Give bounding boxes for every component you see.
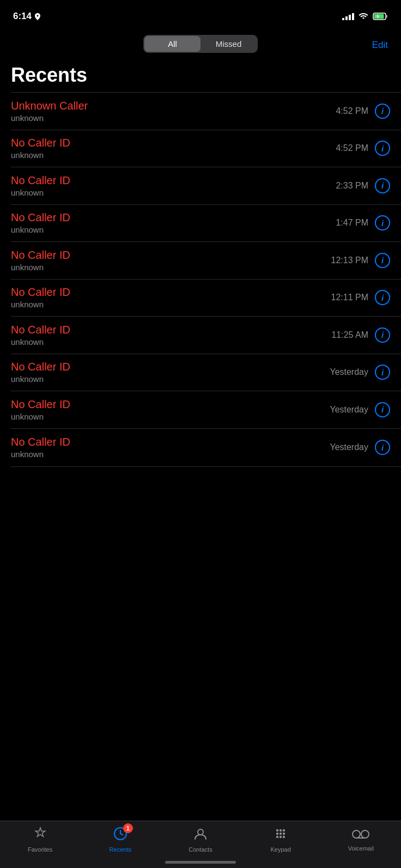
wifi-icon [359,13,368,20]
call-item[interactable]: Unknown Caller unknown 4:52 PM i [0,93,401,130]
call-type: unknown [11,412,70,421]
call-item-right: 4:52 PM i [336,104,390,119]
voicemail-icon [352,828,369,843]
call-item-left: No Caller ID unknown [11,174,70,197]
svg-point-14 [353,830,360,838]
call-time: 1:47 PM [336,218,368,228]
call-item-right: 12:11 PM i [331,290,390,305]
svg-point-11 [276,836,278,838]
call-name: No Caller ID [11,361,70,373]
call-item[interactable]: No Caller ID unknown Yesterday i [0,354,401,391]
call-name: No Caller ID [11,137,70,149]
call-item-left: No Caller ID unknown [11,436,70,459]
call-item-left: No Caller ID unknown [11,398,70,421]
call-type: unknown [11,150,70,160]
call-name: No Caller ID [11,324,70,336]
tab-voicemail[interactable]: Voicemail [339,828,382,852]
tab-recents-label: Recents [110,846,131,853]
info-button[interactable]: i [375,365,390,380]
info-button[interactable]: i [375,141,390,156]
svg-point-12 [280,836,282,838]
info-button[interactable]: i [375,290,390,305]
tab-favorites[interactable]: Favorites [19,827,62,853]
call-type: unknown [11,450,70,459]
svg-point-5 [276,829,278,831]
call-name: No Caller ID [11,211,70,224]
tab-keypad-label: Keypad [271,846,291,853]
svg-point-10 [283,833,285,835]
call-item-right: Yesterday i [330,365,390,380]
tab-contacts-label: Contacts [189,846,212,853]
call-time: 4:52 PM [336,106,368,116]
tab-recents[interactable]: 1 Recents [99,827,142,853]
call-item-left: Unknown Caller unknown [11,100,88,123]
svg-point-7 [283,829,285,831]
call-time: Yesterday [330,442,368,452]
keypad-icon [274,827,288,844]
svg-rect-2 [386,15,387,18]
info-button[interactable]: i [375,327,390,343]
call-item-left: No Caller ID unknown [11,249,70,272]
call-item[interactable]: No Caller ID unknown 1:47 PM i [0,204,401,241]
edit-button[interactable]: Edit [372,40,388,51]
call-name: No Caller ID [11,436,70,448]
tab-contacts[interactable]: Contacts [179,827,222,853]
segment-missed[interactable]: Missed [200,36,257,52]
call-type: unknown [11,300,70,309]
call-item-left: No Caller ID unknown [11,324,70,347]
tab-keypad[interactable]: Keypad [259,827,302,853]
segment-bar: All Missed Edit [0,29,401,60]
location-icon [35,13,40,20]
contacts-icon [193,827,208,844]
svg-point-8 [276,833,278,835]
info-button[interactable]: i [375,178,390,193]
call-item-right: 12:13 PM i [331,253,390,268]
recents-badge: 1 [123,823,133,833]
info-button[interactable]: i [375,104,390,119]
call-item[interactable]: No Caller ID unknown 11:25 AM i [0,317,401,354]
call-name: No Caller ID [11,174,70,187]
svg-point-15 [361,830,369,838]
call-time: 12:13 PM [331,256,368,265]
call-name: No Caller ID [11,398,70,411]
info-button[interactable]: i [375,440,390,455]
info-button[interactable]: i [375,215,390,230]
call-item-right: 4:52 PM i [336,141,390,156]
status-bar: 6:14 [0,0,401,29]
call-type: unknown [11,263,70,272]
call-type: unknown [11,225,70,234]
signal-strength [342,13,354,20]
call-type: unknown [11,374,70,384]
page-title: Recents [0,60,401,92]
call-item-right: 11:25 AM i [331,327,390,343]
call-item[interactable]: No Caller ID unknown Yesterday i [0,391,401,428]
svg-point-6 [280,829,282,831]
call-time: Yesterday [330,405,368,415]
call-type: unknown [11,113,88,123]
call-item[interactable]: No Caller ID unknown Yesterday i [0,428,401,466]
recents-icon: 1 [113,827,127,844]
call-item-right: 2:33 PM i [336,178,390,193]
call-time: Yesterday [330,367,368,377]
call-item[interactable]: No Caller ID unknown 2:33 PM i [0,167,401,204]
call-list: Unknown Caller unknown 4:52 PM i No Call… [0,92,401,467]
call-item[interactable]: No Caller ID unknown 4:52 PM i [0,130,401,167]
call-item-left: No Caller ID unknown [11,361,70,384]
call-type: unknown [11,188,70,197]
call-item-left: No Caller ID unknown [11,286,70,309]
segment-control: All Missed [143,35,258,53]
call-item[interactable]: No Caller ID unknown 12:13 PM i [0,242,401,279]
call-item-right: 1:47 PM i [336,215,390,230]
call-time: 2:33 PM [336,181,368,191]
segment-all[interactable]: All [144,36,200,52]
tab-voicemail-label: Voicemail [348,845,374,852]
info-button[interactable]: i [375,253,390,268]
call-name: Unknown Caller [11,100,88,112]
home-indicator [165,861,236,864]
call-item-left: No Caller ID unknown [11,211,70,234]
call-name: No Caller ID [11,249,70,262]
status-time: 6:14 [13,11,40,22]
call-item[interactable]: No Caller ID unknown 12:11 PM i [0,279,401,316]
info-button[interactable]: i [375,402,390,417]
svg-point-4 [198,829,203,835]
